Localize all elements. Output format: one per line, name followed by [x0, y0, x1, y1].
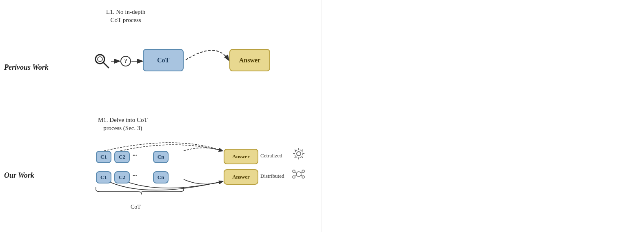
main-container: Perivous Work Our Work L1. No in-depth C…: [0, 0, 644, 232]
m1-title: M1. Delve into CoT process (Sec. 3): [98, 116, 148, 132]
svg-line-21: [301, 172, 302, 173]
svg-line-14: [295, 157, 296, 158]
svg-line-1: [103, 62, 109, 68]
l1-dashed-arrow: [0, 0, 322, 232]
svg-point-16: [293, 170, 295, 172]
distributed-label: Distributed: [260, 173, 284, 179]
svg-point-5: [297, 152, 301, 156]
svg-line-22: [295, 175, 296, 176]
svg-point-2: [98, 57, 102, 62]
l1-arrow-q-cot: [0, 0, 322, 232]
m1-answer-2: Answer: [224, 169, 258, 185]
magnifier-icon: [94, 53, 110, 69]
svg-point-18: [293, 176, 295, 178]
m1-dots-1: ···: [133, 152, 137, 159]
m1-dots-2: ···: [133, 173, 137, 179]
cot-brace-label: CoT: [131, 204, 141, 210]
svg-line-13: [302, 150, 303, 151]
m1-c1-box-2: C1: [96, 171, 111, 183]
svg-line-23: [301, 175, 302, 176]
l1-title: L1. No in-depth CoT process: [106, 8, 145, 24]
l1-answer-box: Answer: [229, 49, 270, 71]
m1-centralized-arrows: [0, 0, 322, 232]
m1-cn-box-2: Cn: [153, 171, 169, 183]
m1-c1-box: C1: [96, 151, 111, 163]
m1-c2-box: C2: [114, 151, 130, 163]
m1-c2-box-2: C2: [114, 171, 130, 183]
m1-cn-box-1: Cn: [153, 151, 169, 163]
centralized-icon: [292, 147, 306, 161]
distributed-icon: [292, 167, 306, 181]
m1-answer-1: Answer: [224, 149, 258, 164]
question-circle-l1: ?: [120, 56, 131, 66]
l1-arrow-mag-q: [0, 0, 322, 232]
m1-distributed-arrows: [0, 0, 322, 232]
svg-line-11: [295, 150, 296, 151]
left-panel: L1. No in-depth CoT process ?: [0, 0, 322, 232]
centralized-label: Cetralized: [260, 152, 282, 159]
cot-brace: [94, 186, 186, 196]
svg-point-15: [296, 172, 301, 177]
svg-line-12: [302, 157, 303, 158]
svg-line-20: [295, 172, 296, 173]
l1-cot-box: CoT: [143, 49, 184, 71]
